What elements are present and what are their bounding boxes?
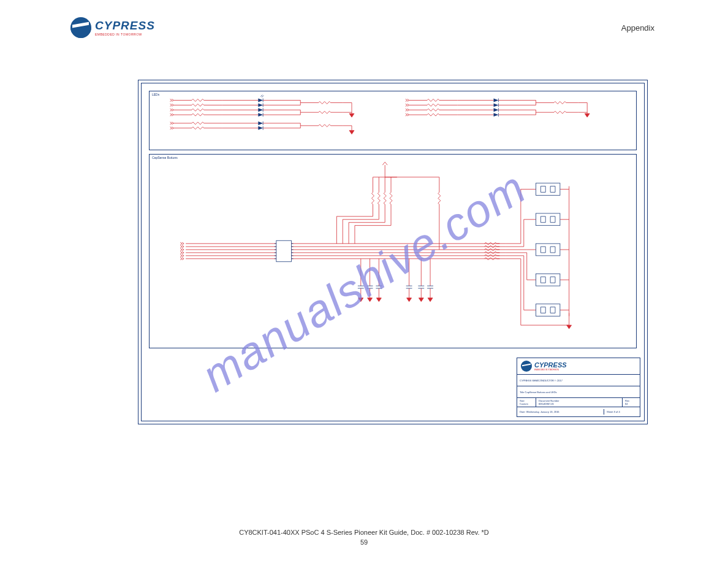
tb-address: CYPRESS SEMICONDUCTOR © 2017 — [517, 375, 640, 386]
svg-rect-3 — [536, 243, 559, 256]
page-header: Appendix — [621, 23, 654, 33]
tb-logo-tagline: EMBEDDED IN TOMORROW — [534, 369, 567, 371]
footer-page: 59 — [0, 538, 728, 546]
capsense-section: CapSense Buttons — [149, 154, 637, 348]
frame-inner: LEDs — [141, 83, 645, 421]
tb-docno-cell: Document Number 600-60367-01 — [536, 398, 623, 407]
tb-logo-icon — [521, 361, 532, 372]
tb-logo-name: CYPRESS — [534, 361, 567, 369]
logo-name: CYPRESS — [95, 19, 155, 33]
logo-tagline: EMBEDDED IN TOMORROW — [95, 33, 155, 36]
svg-rect-1 — [536, 183, 559, 196]
leds-schematic — [150, 91, 636, 150]
schematic-frame: LEDs — [138, 80, 648, 424]
svg-rect-2 — [536, 213, 559, 226]
tb-title: CapSense Buttons and LEDs — [525, 391, 557, 394]
tb-size-cell: Size Custom — [517, 398, 536, 407]
svg-rect-0 — [276, 240, 292, 261]
tb-title-label: Title — [520, 391, 524, 394]
svg-rect-5 — [536, 304, 559, 316]
title-block: CYPRESS EMBEDDED IN TOMORROW CYPRESS SEM… — [517, 358, 640, 417]
footer: CY8CKIT-041-40XX PSoC 4 S-Series Pioneer… — [0, 529, 728, 546]
tb-date-row: Date: Wednesday, January 13, 2016 Sheet … — [517, 407, 640, 416]
svg-rect-4 — [536, 274, 559, 286]
tb-title-row: Title CapSense Buttons and LEDs — [517, 386, 640, 398]
cypress-logo-header: CYPRESS EMBEDDED IN TOMORROW — [70, 17, 155, 38]
titleblock-logo-row: CYPRESS EMBEDDED IN TOMORROW — [517, 358, 640, 375]
leds-section: LEDs — [149, 91, 637, 150]
tb-doc-row: Size Custom Document Number 600-60367-01… — [517, 398, 640, 407]
logo-icon — [70, 17, 91, 38]
capsense-schematic — [150, 155, 636, 348]
footer-text: CY8CKIT-041-40XX PSoC 4 S-Series Pioneer… — [239, 529, 489, 536]
tb-date-cell: Date: Wednesday, January 13, 2016 — [517, 409, 604, 415]
tb-rev-cell: Rev 04 — [623, 398, 640, 407]
tb-sheet-cell: Sheet 3 of 4 — [604, 409, 640, 415]
